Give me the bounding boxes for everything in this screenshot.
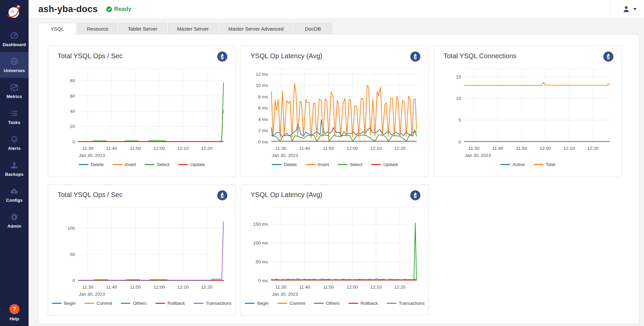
- sidebar-item-dashboard[interactable]: Dashboard: [0, 26, 29, 52]
- legend-item-total[interactable]: Total: [534, 162, 556, 167]
- svg-text:11:40: 11:40: [106, 285, 117, 290]
- legend-swatch: [245, 303, 255, 304]
- chart-card-total-ysql-ops: Total YSQL Ops / Sec 11:3011:4011:5012:0…: [48, 46, 236, 177]
- legend-swatch: [534, 164, 543, 165]
- legend-item-update[interactable]: Update: [371, 162, 398, 167]
- svg-text:12:20: 12:20: [587, 146, 599, 151]
- legend-item-select[interactable]: Select: [145, 162, 169, 167]
- sidebar-item-universes[interactable]: Universes: [0, 52, 29, 78]
- tab-master-server-advanced[interactable]: Master Server Advanced: [219, 23, 293, 34]
- sidebar-item-metrics[interactable]: Metrics: [0, 78, 29, 104]
- chart-title: YSQL Op Latency (Avg): [249, 52, 322, 60]
- chart-card-total-ysql-connections: Total YSQL Connections 11:3011:4011:5012…: [434, 46, 622, 177]
- legend-item-select[interactable]: Select: [338, 162, 363, 167]
- svg-text:Jan 30, 2023: Jan 30, 2023: [465, 153, 491, 158]
- tab-tablet-server[interactable]: Tablet Server: [119, 23, 166, 34]
- sidebar-item-configs[interactable]: Configs: [0, 182, 29, 207]
- legend-label: Commit: [290, 301, 305, 306]
- svg-text:11:30: 11:30: [82, 146, 93, 151]
- status-badge: Ready: [106, 6, 131, 12]
- chart-legend: BeginCommitOthersRollbackTransactions: [249, 301, 420, 306]
- prometheus-link-icon[interactable]: [217, 190, 227, 200]
- legend-item-rollback[interactable]: Rollback: [348, 301, 378, 306]
- sidebar-item-label: Alerts: [8, 146, 21, 151]
- tab-docdb[interactable]: DocDB: [294, 23, 332, 34]
- svg-text:Jan 30, 2023: Jan 30, 2023: [272, 292, 298, 297]
- svg-text:10: 10: [456, 96, 461, 101]
- sidebar-item-backups[interactable]: Backups: [0, 156, 29, 182]
- legend-item-transactions[interactable]: Transactions: [194, 301, 232, 306]
- svg-text:11:50: 11:50: [130, 146, 141, 151]
- legend-label: Others: [133, 301, 147, 306]
- legend-item-insert[interactable]: Insert: [113, 162, 136, 167]
- legend-item-others[interactable]: Others: [121, 301, 147, 306]
- sidebar-nav: Dashboard Universes Metrics: [0, 26, 29, 233]
- svg-text:0 ms: 0 ms: [258, 278, 268, 283]
- line-chart-total-ysql-connections[interactable]: 11:3011:4011:5012:0012:1012:20Jan 30, 20…: [442, 64, 613, 159]
- legend-label: Active: [513, 162, 525, 167]
- chart-title: Total YSQL Connections: [442, 52, 517, 60]
- legend-label: Insert: [125, 162, 136, 167]
- legend-label: Rollback: [167, 301, 185, 306]
- sidebar-item-admin[interactable]: Admin: [0, 207, 29, 233]
- svg-text:12:20: 12:20: [394, 146, 406, 151]
- svg-text:6 ms: 6 ms: [258, 105, 268, 110]
- globe-icon: [10, 57, 19, 66]
- legend-item-begin[interactable]: Begin: [245, 301, 269, 306]
- yugabyte-logo[interactable]: [6, 3, 23, 20]
- legend-item-rollback[interactable]: Rollback: [155, 301, 185, 306]
- prometheus-link-icon[interactable]: [410, 52, 420, 62]
- svg-text:12:10: 12:10: [177, 146, 189, 151]
- svg-text:15: 15: [456, 74, 461, 79]
- svg-text:12:10: 12:10: [370, 285, 382, 290]
- legend-item-transactions[interactable]: Transactions: [387, 301, 425, 306]
- user-menu[interactable]: [610, 0, 637, 18]
- svg-text:Jan 30, 2023: Jan 30, 2023: [79, 292, 105, 297]
- svg-text:11:30: 11:30: [275, 146, 287, 151]
- prometheus-link-icon[interactable]: [603, 52, 613, 62]
- svg-text:12:00: 12:00: [154, 285, 165, 290]
- universe-content: YSQL Resource Tablet Server Master Serve…: [29, 19, 644, 326]
- legend-label: Begin: [257, 301, 269, 306]
- legend-item-begin[interactable]: Begin: [52, 301, 76, 306]
- legend-swatch: [84, 303, 94, 304]
- line-chart-total-ysql-ops-transactions[interactable]: 11:3011:4011:5012:0012:1012:20Jan 30, 20…: [56, 203, 227, 297]
- tab-master-server[interactable]: Master Server: [168, 23, 218, 34]
- legend-item-commit[interactable]: Commit: [84, 301, 112, 306]
- tasks-list-icon: [10, 109, 19, 118]
- sidebar-item-tasks[interactable]: Tasks: [0, 104, 29, 130]
- sidebar: Dashboard Universes Metrics: [0, 0, 29, 326]
- svg-text:11:40: 11:40: [299, 146, 310, 151]
- line-chart-ysql-op-latency[interactable]: 11:3011:4011:5012:0012:1012:20Jan 30, 20…: [249, 64, 420, 159]
- legend-label: Select: [350, 162, 363, 167]
- legend-swatch: [79, 164, 88, 165]
- legend-label: Commit: [97, 301, 112, 306]
- svg-text:11:50: 11:50: [130, 285, 141, 290]
- prometheus-link-icon[interactable]: [217, 52, 227, 62]
- sidebar-item-help[interactable]: ? Help: [9, 304, 20, 321]
- legend-item-others[interactable]: Others: [314, 301, 340, 306]
- legend-item-delete[interactable]: Delete: [272, 162, 297, 167]
- prometheus-link-icon[interactable]: [410, 190, 420, 200]
- svg-text:50 ms: 50 ms: [256, 259, 268, 264]
- svg-text:80: 80: [70, 78, 75, 84]
- legend-item-commit[interactable]: Commit: [277, 301, 305, 306]
- sidebar-item-alerts[interactable]: Alerts: [0, 130, 29, 156]
- chart-legend: ActiveTotal: [442, 162, 613, 167]
- svg-text:100 ms: 100 ms: [253, 240, 268, 246]
- legend-item-insert[interactable]: Insert: [306, 162, 329, 167]
- legend-item-delete[interactable]: Delete: [79, 162, 104, 167]
- legend-item-active[interactable]: Active: [500, 162, 525, 167]
- tab-ysql[interactable]: YSQL: [38, 23, 76, 34]
- metrics-chart-icon: [10, 83, 19, 92]
- svg-text:60: 60: [70, 94, 75, 99]
- legend-item-update[interactable]: Update: [178, 162, 205, 167]
- user-icon: [622, 5, 630, 13]
- line-chart-total-ysql-ops[interactable]: 11:3011:4011:5012:0012:1012:20Jan 30, 20…: [56, 64, 227, 159]
- line-chart-ysql-op-latency-transactions[interactable]: 11:3011:4011:5012:0012:1012:20Jan 30, 20…: [249, 203, 420, 297]
- legend-swatch: [145, 164, 154, 165]
- tab-resource[interactable]: Resource: [78, 23, 117, 34]
- sidebar-item-label: Backups: [5, 172, 24, 177]
- legend-label: Select: [157, 162, 169, 167]
- legend-label: Transactions: [399, 301, 425, 306]
